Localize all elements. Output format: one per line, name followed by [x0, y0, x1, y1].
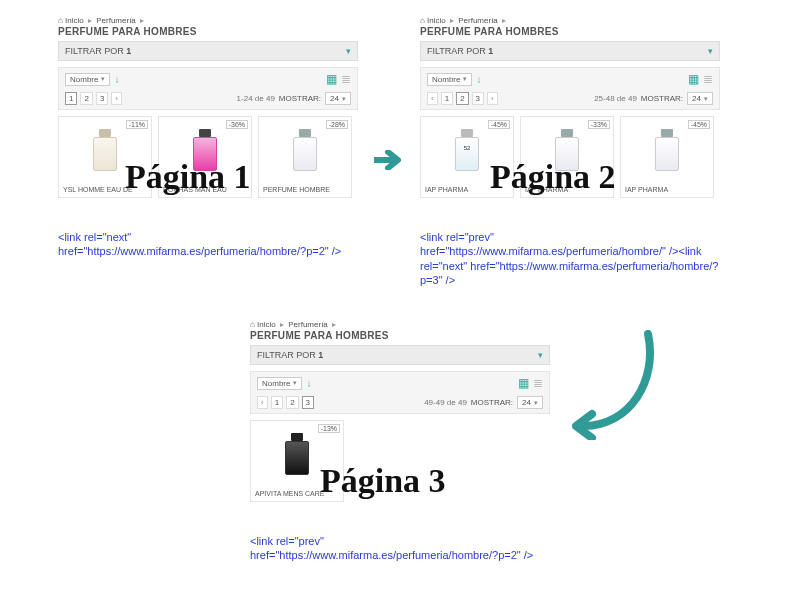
caret-icon: ▾: [342, 95, 346, 103]
breadcrumb-cat[interactable]: Perfumería: [458, 16, 498, 25]
filter-bar[interactable]: FILTRAR POR 1 ▾: [250, 345, 550, 365]
discount-badge: -13%: [318, 424, 340, 433]
grid-view-icon[interactable]: ▦: [518, 376, 529, 390]
page-2-link[interactable]: 2: [456, 92, 468, 105]
pager: ‹ 1 2 3 ›: [427, 92, 498, 105]
show-label: MOSTRAR:: [641, 94, 683, 103]
sort-direction-icon[interactable]: ↓: [114, 74, 119, 85]
sort-select[interactable]: Nombre ▾: [65, 73, 110, 86]
page-title: PERFUME PARA HOMBRES: [58, 26, 358, 37]
page-2-link[interactable]: 2: [80, 92, 92, 105]
page-3-link[interactable]: 3: [302, 396, 314, 409]
sort-label: Nombre: [70, 75, 98, 84]
product-image: [623, 121, 711, 181]
sort-select[interactable]: Nombre ▾: [257, 377, 302, 390]
chevron-right-icon: ▸: [502, 16, 506, 25]
sort-label: Nombre: [432, 75, 460, 84]
prev-page-icon[interactable]: ‹: [257, 396, 268, 409]
product-image: [261, 121, 349, 181]
next-page-icon[interactable]: ›: [487, 92, 498, 105]
filter-label: FILTRAR POR: [427, 46, 486, 56]
caret-icon: ▾: [463, 75, 467, 83]
product-card[interactable]: -28% PERFUME HOMBRE: [258, 116, 352, 198]
sort-direction-icon[interactable]: ↓: [476, 74, 481, 85]
product-name: IAP PHARMA: [623, 184, 711, 195]
show-label: MOSTRAR:: [471, 398, 513, 407]
breadcrumb: ⌂ Inicio ▸ Perfumería ▸: [250, 320, 550, 329]
filter-bar[interactable]: FILTRAR POR 1 ▾: [58, 41, 358, 61]
toolbar: Nombre ▾ ↓ ▦ ≣ ‹ 1 2 3 › 25-48 de 49 MOS…: [420, 67, 720, 110]
list-view-icon[interactable]: ≣: [341, 72, 351, 86]
overlay-page-2: Página 2: [490, 158, 616, 196]
chevron-right-icon: ▸: [450, 16, 454, 25]
per-page-value: 24: [330, 94, 339, 103]
breadcrumb-cat[interactable]: Perfumería: [96, 16, 136, 25]
toolbar: Nombre ▾ ↓ ▦ ≣ ‹ 1 2 3 49-49 de 49 MOSTR…: [250, 371, 550, 414]
next-page-icon[interactable]: ›: [111, 92, 122, 105]
filter-count: 1: [488, 46, 493, 56]
per-page-value: 24: [522, 398, 531, 407]
caret-icon: ▾: [704, 95, 708, 103]
show-label: MOSTRAR:: [279, 94, 321, 103]
overlay-page-3: Página 3: [320, 462, 446, 500]
chevron-right-icon: ▸: [332, 320, 336, 329]
page-3-link[interactable]: 3: [472, 92, 484, 105]
prev-page-icon[interactable]: ‹: [427, 92, 438, 105]
results-count: 1-24 de 49: [237, 94, 275, 103]
per-page-select[interactable]: 24 ▾: [517, 396, 543, 409]
discount-badge: -33%: [588, 120, 610, 129]
grid-view-icon[interactable]: ▦: [326, 72, 337, 86]
chevron-down-icon: ▾: [708, 46, 713, 56]
page-1-link[interactable]: 1: [441, 92, 453, 105]
pager: ‹ 1 2 3: [257, 396, 314, 409]
sort-direction-icon[interactable]: ↓: [306, 378, 311, 389]
breadcrumb-home[interactable]: Inicio: [257, 320, 276, 329]
page-1-link[interactable]: 1: [65, 92, 77, 105]
discount-badge: -45%: [488, 120, 510, 129]
pager: 1 2 3 ›: [65, 92, 122, 105]
per-page-select[interactable]: 24 ▾: [325, 92, 351, 105]
home-icon: ⌂: [58, 16, 63, 25]
caret-icon: ▾: [293, 379, 297, 387]
per-page-value: 24: [692, 94, 701, 103]
page-title: PERFUME PARA HOMBRES: [420, 26, 720, 37]
results-count: 49-49 de 49: [424, 398, 467, 407]
code-page-3: <link rel="prev" href="https://www.mifar…: [250, 534, 550, 563]
grid-view-icon[interactable]: ▦: [688, 72, 699, 86]
list-view-icon[interactable]: ≣: [533, 376, 543, 390]
chevron-down-icon: ▾: [538, 350, 543, 360]
chevron-right-icon: ▸: [88, 16, 92, 25]
chevron-right-icon: ▸: [280, 320, 284, 329]
breadcrumb-cat[interactable]: Perfumería: [288, 320, 328, 329]
breadcrumb: ⌂ Inicio ▸ Perfumería ▸: [420, 16, 720, 25]
list-view-icon[interactable]: ≣: [703, 72, 713, 86]
bottle-label: 52: [454, 145, 480, 151]
page-2-link[interactable]: 2: [286, 396, 298, 409]
filter-label: FILTRAR POR: [257, 350, 316, 360]
breadcrumb-home[interactable]: Inicio: [427, 16, 446, 25]
code-page-1: <link rel="next" href="https://www.mifar…: [58, 230, 358, 259]
discount-badge: -45%: [688, 120, 710, 129]
filter-count: 1: [126, 46, 131, 56]
breadcrumb: ⌂ Inicio ▸ Perfumería ▸: [58, 16, 358, 25]
per-page-select[interactable]: 24 ▾: [687, 92, 713, 105]
page-3-link[interactable]: 3: [96, 92, 108, 105]
home-icon: ⌂: [420, 16, 425, 25]
arrow-right-icon: [374, 150, 408, 170]
results-count: 25-48 de 49: [594, 94, 637, 103]
product-name: PERFUME HOMBRE: [261, 184, 349, 195]
discount-badge: -36%: [226, 120, 248, 129]
discount-badge: -11%: [126, 120, 148, 129]
filter-bar[interactable]: FILTRAR POR 1 ▾: [420, 41, 720, 61]
chevron-right-icon: ▸: [140, 16, 144, 25]
sort-label: Nombre: [262, 379, 290, 388]
caret-icon: ▾: [534, 399, 538, 407]
product-card[interactable]: -45% IAP PHARMA: [620, 116, 714, 198]
page-title: PERFUME PARA HOMBRES: [250, 330, 550, 341]
sort-select[interactable]: Nombre ▾: [427, 73, 472, 86]
toolbar: Nombre ▾ ↓ ▦ ≣ 1 2 3 › 1-24 de 49 MOSTRA…: [58, 67, 358, 110]
code-page-2: <link rel="prev" href="https://www.mifar…: [420, 230, 720, 287]
arrow-curve-icon: [570, 330, 660, 440]
page-1-link[interactable]: 1: [271, 396, 283, 409]
breadcrumb-home[interactable]: Inicio: [65, 16, 84, 25]
